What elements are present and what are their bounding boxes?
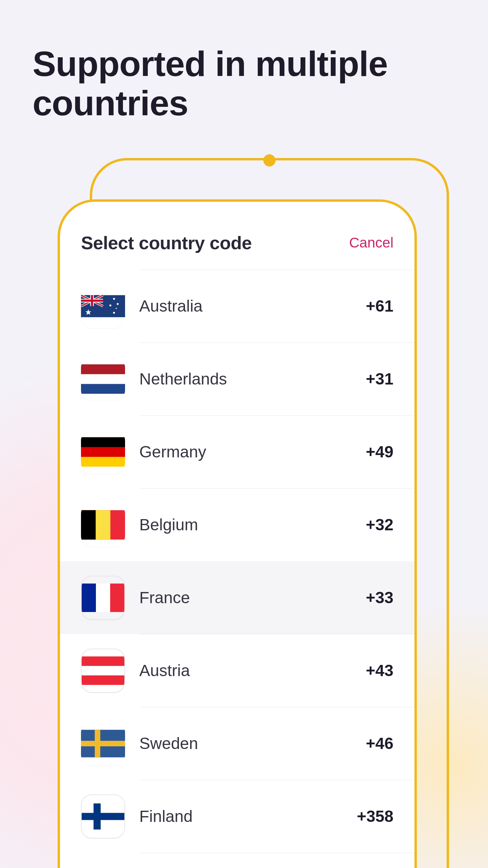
fr-flag-icon bbox=[81, 576, 125, 620]
sheet-title: Select country code bbox=[81, 232, 252, 253]
country-code-label: +31 bbox=[366, 370, 393, 388]
au-flag-icon bbox=[81, 284, 125, 328]
country-code-sheet: Select country code Cancel Australia+61N… bbox=[60, 202, 414, 868]
country-name-label: Sweden bbox=[139, 734, 366, 753]
country-row-au[interactable]: Australia+61 bbox=[60, 270, 414, 342]
be-flag-icon bbox=[81, 503, 125, 547]
country-code-label: +358 bbox=[357, 807, 393, 826]
country-name-label: France bbox=[139, 588, 366, 607]
country-code-label: +46 bbox=[366, 734, 393, 753]
row-divider bbox=[140, 634, 414, 634]
country-row-fi[interactable]: Finland+358 bbox=[60, 780, 414, 853]
cancel-button[interactable]: Cancel bbox=[349, 235, 393, 251]
row-divider bbox=[140, 780, 414, 780]
country-row-fr[interactable]: France+33 bbox=[60, 561, 414, 634]
country-code-label: +32 bbox=[366, 515, 393, 534]
nl-flag-icon bbox=[81, 357, 125, 401]
row-divider bbox=[140, 707, 414, 707]
se-flag-icon bbox=[81, 722, 125, 766]
country-name-label: Germany bbox=[139, 442, 366, 461]
at-flag-icon bbox=[81, 649, 125, 693]
row-divider bbox=[140, 415, 414, 416]
country-list: Australia+61Netherlands+31Germany+49Belg… bbox=[60, 270, 414, 868]
row-divider bbox=[140, 853, 414, 853]
country-row-de[interactable]: Germany+49 bbox=[60, 415, 414, 488]
country-code-label: +49 bbox=[366, 442, 393, 461]
country-name-label: Netherlands bbox=[139, 370, 366, 388]
country-name-label: Austria bbox=[139, 661, 366, 680]
phone-outline-front: Select country code Cancel Australia+61N… bbox=[58, 199, 417, 868]
row-divider bbox=[140, 342, 414, 343]
country-code-label: +33 bbox=[366, 588, 393, 607]
de-flag-icon bbox=[81, 430, 125, 474]
fi-flag-icon bbox=[81, 794, 125, 839]
phone-back-dot bbox=[263, 154, 276, 166]
country-row-be[interactable]: Belgium+32 bbox=[60, 488, 414, 561]
country-code-label: +61 bbox=[366, 297, 393, 315]
country-name-label: Belgium bbox=[139, 515, 366, 534]
country-row-se[interactable]: Sweden+46 bbox=[60, 707, 414, 780]
country-row-nl[interactable]: Netherlands+31 bbox=[60, 342, 414, 415]
sheet-header: Select country code Cancel bbox=[60, 232, 414, 270]
country-name-label: Finland bbox=[139, 807, 357, 826]
country-name-label: Australia bbox=[139, 297, 366, 315]
country-row-dk[interactable]: Denmark+45 bbox=[60, 853, 414, 868]
row-divider bbox=[140, 488, 414, 489]
country-code-label: +43 bbox=[366, 661, 393, 680]
country-row-at[interactable]: Austria+43 bbox=[60, 634, 414, 707]
row-divider bbox=[140, 270, 414, 270]
page-heading: Supported in multiple countries bbox=[33, 44, 488, 123]
